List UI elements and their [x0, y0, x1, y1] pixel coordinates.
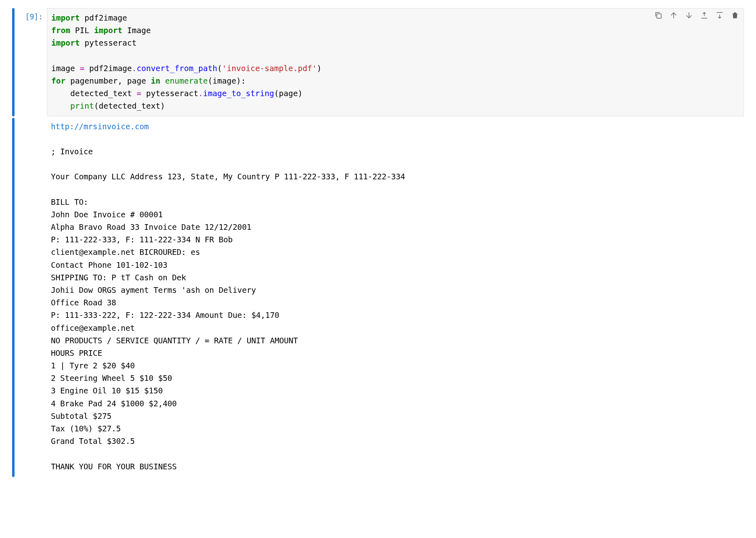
output-cell: http://mrsinvoice.com ; Invoice Your Com…: [12, 118, 744, 477]
output-line: P: 111-333-222, F: 122-222-334 Amount Du…: [51, 309, 740, 322]
code-input-area[interactable]: import pdf2image from PIL import Image i…: [47, 8, 744, 116]
code-cell: [9]:: [12, 8, 744, 116]
output-line: SHIPPING TO: P tT Cash on Dek: [51, 271, 740, 284]
output-area: http://mrsinvoice.com ; Invoice Your Com…: [47, 118, 744, 477]
output-line: Grand Total $302.5: [51, 435, 740, 448]
output-line: P: 111-222-333, F: 111-222-334 N FR Bob: [51, 233, 740, 246]
trash-icon[interactable]: [730, 10, 740, 21]
insert-below-icon[interactable]: [714, 10, 725, 21]
output-line: 3 Engine Oil 10 $15 $150: [51, 385, 740, 397]
output-line: Subtotal $275: [51, 410, 740, 422]
arrow-up-icon[interactable]: [668, 10, 679, 21]
output-line: ; Invoice: [51, 145, 740, 158]
output-line: Tax (10%) $27.5: [51, 422, 740, 435]
output-line: Contact Phone 101-102-103: [51, 259, 740, 271]
output-line: Alpha Bravo Road 33 Invoice Date 12/12/2…: [51, 221, 740, 233]
svg-rect-0: [657, 14, 661, 18]
output-line: Your Company LLC Address 123, State, My …: [51, 170, 740, 183]
output-line: BILL TO:: [51, 196, 740, 208]
output-line: [51, 133, 740, 145]
output-line: Johii Dow ORGS ayment Terms 'ash on Deli…: [51, 284, 740, 296]
cell-toolbar: [653, 10, 740, 21]
output-prompt: [19, 118, 47, 477]
output-line: HOURS PRICE: [51, 347, 740, 359]
output-line: [51, 183, 740, 195]
output-line: Office Road 38: [51, 296, 740, 309]
output-link[interactable]: http://mrsinvoice.com: [51, 122, 149, 131]
output-line: THANK YOU FOR YOUR BUSINESS: [51, 460, 740, 473]
output-line: office@example.net: [51, 322, 740, 334]
output-line: 4 Brake Pad 24 $1000 $2,400: [51, 397, 740, 410]
duplicate-icon[interactable]: [653, 10, 664, 21]
output-line: 2 Steering Wheel 5 $10 $50: [51, 372, 740, 385]
output-line: John Doe Invoice # 00001: [51, 208, 740, 221]
output-line: NO PRODUCTS / SERVICE QUANTITY / = RATE …: [51, 334, 740, 347]
output-text: ; Invoice Your Company LLC Address 123, …: [51, 133, 740, 473]
output-line: [51, 158, 740, 170]
arrow-down-icon[interactable]: [684, 10, 694, 21]
cell-run-indicator: [12, 8, 15, 116]
output-line: [51, 448, 740, 460]
cell-prompt: [9]:: [19, 8, 47, 116]
insert-above-icon[interactable]: [699, 10, 710, 21]
output-line: 1 | Tyre 2 $20 $40: [51, 359, 740, 372]
output-run-indicator: [12, 118, 15, 477]
output-line: client@example.net BICROURED: es: [51, 246, 740, 258]
code-content[interactable]: import pdf2image from PIL import Image i…: [51, 12, 739, 113]
